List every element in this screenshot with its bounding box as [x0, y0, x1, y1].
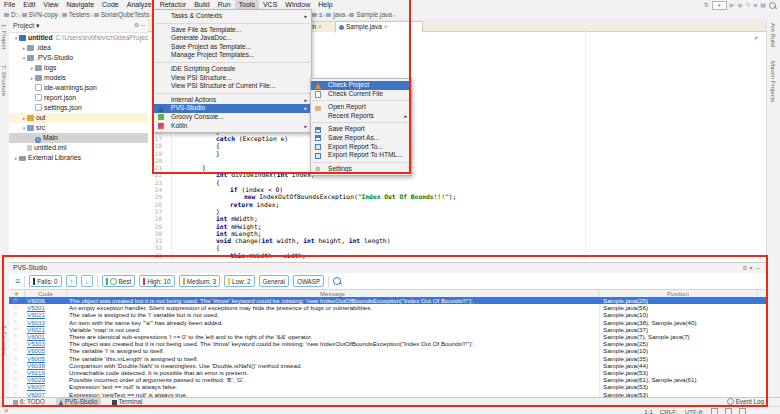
- warning-code-link[interactable]: V5301: [27, 304, 45, 311]
- favorite-star-icon[interactable]: ☆: [13, 304, 18, 311]
- tree-item-logs[interactable]: ▸logs: [9, 63, 168, 73]
- breadcrumb-item[interactable]: Sample.java: [349, 10, 392, 19]
- tree-item-out[interactable]: ▸out: [9, 113, 160, 123]
- tree-item--pvs-studio[interactable]: ▾.PVS-Studio: [9, 53, 160, 63]
- menu-item-generate-javadoc-[interactable]: Generate JavaDoc...: [154, 34, 311, 43]
- tree-item-external-libraries[interactable]: ▸External Libraries: [9, 153, 152, 163]
- project-panel-title[interactable]: Project ▾: [9, 22, 39, 29]
- gear-icon[interactable]: ⚙: [742, 265, 747, 271]
- update-config-icon[interactable]: ⇅: [704, 0, 709, 10]
- coverage-icon[interactable]: ◉: [737, 0, 742, 10]
- menu-item-manage-project-templates-[interactable]: Manage Project Templates...: [154, 51, 311, 60]
- favorite-star-icon[interactable]: ☆: [13, 326, 18, 333]
- warning-position[interactable]: Sample.java(25): [603, 340, 759, 347]
- warning-row[interactable]: ☆V6021The value is assigned to the 'i' v…: [9, 311, 766, 318]
- tool-strip-tab-ant-build[interactable]: Ant Build: [770, 23, 776, 47]
- inspections-ok-icon[interactable]: ✔: [754, 34, 759, 41]
- menu-item-ide-scripting-console[interactable]: IDE Scripting Console: [154, 65, 311, 74]
- warning-position[interactable]: Sample.java(37): [603, 326, 759, 333]
- status-item[interactable]: 1:1: [644, 408, 653, 414]
- favorite-star-icon[interactable]: ☆: [13, 369, 18, 376]
- warning-position[interactable]: Sample.java(10): [603, 347, 759, 354]
- tree-item-report-json[interactable]: report.json: [9, 93, 168, 103]
- search-icon[interactable]: [333, 277, 341, 285]
- menu-navigate[interactable]: Navigate: [62, 0, 98, 10]
- warning-position[interactable]: Sample.java(61), Sample.java(61): [603, 376, 759, 383]
- menu-item-kotlin[interactable]: Kotlin▸: [154, 122, 311, 131]
- stop-icon[interactable]: ■: [754, 0, 758, 10]
- warning-code-link[interactable]: V5303: [27, 340, 45, 347]
- prev-warning-button[interactable]: ↑: [66, 275, 78, 287]
- warning-code-link[interactable]: V6001: [27, 333, 45, 340]
- favorite-star-icon[interactable]: ☆: [13, 340, 18, 347]
- next-warning-button[interactable]: ↓: [81, 275, 93, 287]
- warning-code-link[interactable]: V6006: [27, 297, 45, 304]
- menu-icon[interactable]: ≡: [15, 276, 20, 286]
- window-menu-icon[interactable]: ≡: [4, 407, 8, 414]
- low-filter-button[interactable]: Low: 2: [224, 275, 255, 287]
- menu-item-pvs-studio[interactable]: PVS-Studio▸: [154, 104, 311, 113]
- owasp-filter-button[interactable]: OWASP: [293, 275, 324, 287]
- rerun-icon[interactable]: ↻: [746, 0, 751, 10]
- warning-code-link[interactable]: V6007: [27, 383, 45, 390]
- submenu-item-save-report-as-[interactable]: Save Report As...: [311, 134, 411, 143]
- menu-analyze[interactable]: Analyze: [123, 0, 156, 10]
- warning-code-link[interactable]: V6005: [27, 347, 45, 354]
- tree-item--idea[interactable]: ▸.idea: [9, 43, 160, 53]
- tree-item-settings-json[interactable]: settings.json: [9, 103, 168, 113]
- breadcrumb-item[interactable]: java: [326, 10, 345, 19]
- highlight-level-icon[interactable]: [725, 408, 732, 414]
- warning-code-link[interactable]: V6029: [27, 376, 45, 383]
- submenu-item-save-report[interactable]: Save Report: [311, 125, 411, 134]
- submenu-item-recent-reports[interactable]: Recent Reports▸: [311, 112, 411, 121]
- warning-row[interactable]: ☆V6029Possible incorrect order of argume…: [9, 376, 766, 383]
- menu-item-save-project-as-template-[interactable]: Save Project as Template...: [154, 43, 311, 52]
- warning-position[interactable]: Sample.java(44): [603, 362, 759, 369]
- breadcrumb-item[interactable]: SonarQubeTests: [94, 10, 149, 19]
- warning-row[interactable]: ☆V6005The variable 'i' is assigned to it…: [9, 347, 766, 354]
- warning-row[interactable]: ☆V6001There are identical sub-expression…: [9, 333, 766, 340]
- warning-position[interactable]: Sample.java(7), Sample.java(7): [603, 333, 759, 340]
- menu-item-save-file-as-template-[interactable]: Save File as Template...: [154, 26, 311, 35]
- warning-row[interactable]: ☆V6007Expression 'text == null' is alway…: [9, 383, 766, 390]
- tool-window-button-pvs-studio[interactable]: PVS-Studio: [56, 398, 101, 406]
- favorite-star-icon[interactable]: ☆: [13, 333, 18, 340]
- scroll-to-icon[interactable]: [739, 408, 746, 414]
- warning-position[interactable]: Sample.java(53): [603, 369, 759, 376]
- find-action-icon[interactable]: ▤: [760, 0, 766, 10]
- warning-position[interactable]: Sample.java(35): [603, 355, 759, 362]
- submenu-item-check-current-file[interactable]: Check Current File: [311, 90, 411, 99]
- tree-item-untitled-iml[interactable]: untitled.iml: [9, 143, 160, 153]
- tree-item-ide-warnings-json[interactable]: ide-warnings.json: [9, 83, 168, 93]
- warning-code-link[interactable]: V6021: [27, 326, 45, 333]
- warning-code-link[interactable]: V6021: [27, 311, 45, 318]
- submenu-item-export-report-to-html-[interactable]: Export Report To HTML...: [311, 151, 411, 160]
- tree-item-models[interactable]: ▸models: [9, 73, 168, 83]
- status-item[interactable]: UTF-8:: [685, 408, 704, 414]
- warning-code-link[interactable]: V6019: [27, 369, 45, 376]
- warning-position[interactable]: Sample.java(53): [603, 383, 759, 390]
- tool-strip-tab-2-favorites[interactable]: 2: Favorites: [1, 325, 7, 356]
- warning-row[interactable]: ☆V6006The object was created but it is n…: [9, 297, 766, 304]
- menu-file[interactable]: File: [0, 0, 19, 10]
- menu-edit[interactable]: Edit: [19, 0, 39, 10]
- warning-code-link[interactable]: V6005: [27, 355, 45, 362]
- high-filter-button[interactable]: High: 10: [139, 275, 174, 287]
- submenu-item-export-report-to-[interactable]: Export Report To...: [311, 143, 411, 152]
- warning-row[interactable]: ☆V5303The object was created but it is n…: [9, 340, 766, 347]
- menu-help[interactable]: Help: [314, 0, 336, 10]
- warning-position[interactable]: Sample.java(38), Sample.java(40): [603, 319, 759, 326]
- favorite-star-icon[interactable]: ☆: [13, 311, 18, 318]
- favorite-star-icon[interactable]: ☆: [13, 355, 18, 362]
- menu-view[interactable]: View: [39, 0, 62, 10]
- favorite-star-icon[interactable]: ☆: [13, 297, 18, 304]
- gear-icon[interactable]: ⚙: [134, 22, 139, 28]
- submenu-item-check-project[interactable]: Check Project: [311, 81, 411, 90]
- warning-row[interactable]: ☆V6005The variable 'this.mLength' is ass…: [9, 355, 766, 362]
- fails-filter-button[interactable]: Fails: 0: [29, 275, 61, 287]
- warning-position[interactable]: Sample.java(10): [603, 311, 759, 318]
- breadcrumb-item[interactable]: D:: [4, 10, 18, 19]
- warning-row[interactable]: ☆V5301An empty exception handler. Silent…: [9, 304, 766, 311]
- medium-filter-button[interactable]: Medium: 3: [179, 275, 220, 287]
- breadcrumb-item[interactable]: Testers: [62, 10, 90, 19]
